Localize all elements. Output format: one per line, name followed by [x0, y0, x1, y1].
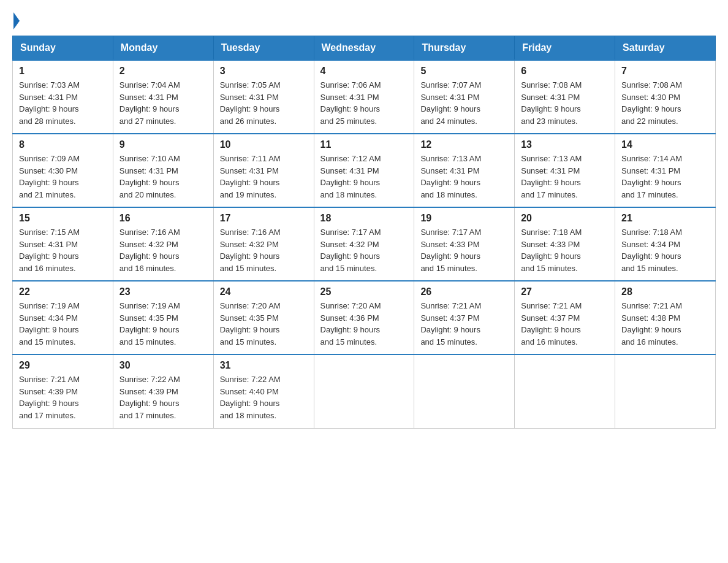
day-number: 3 — [220, 66, 308, 77]
calendar-week-row: 1Sunrise: 7:03 AMSunset: 4:31 PMDaylight… — [13, 60, 716, 134]
day-info: Sunrise: 7:10 AMSunset: 4:31 PMDaylight:… — [119, 153, 207, 201]
day-info: Sunrise: 7:18 AMSunset: 4:34 PMDaylight:… — [621, 226, 709, 274]
day-info: Sunrise: 7:21 AMSunset: 4:38 PMDaylight:… — [621, 300, 709, 348]
day-number: 31 — [220, 360, 308, 371]
calendar-table: SundayMondayTuesdayWednesdayThursdayFrid… — [12, 36, 716, 429]
day-info: Sunrise: 7:09 AMSunset: 4:30 PMDaylight:… — [19, 153, 107, 201]
calendar-day-cell: 18Sunrise: 7:17 AMSunset: 4:32 PMDayligh… — [314, 207, 414, 281]
day-info: Sunrise: 7:19 AMSunset: 4:35 PMDaylight:… — [119, 300, 207, 348]
calendar-week-row: 15Sunrise: 7:15 AMSunset: 4:31 PMDayligh… — [13, 207, 716, 281]
day-info: Sunrise: 7:07 AMSunset: 4:31 PMDaylight:… — [420, 79, 508, 127]
calendar-day-cell — [615, 354, 716, 428]
day-number: 8 — [19, 139, 107, 150]
calendar-day-cell: 10Sunrise: 7:11 AMSunset: 4:31 PMDayligh… — [213, 134, 314, 207]
calendar-day-cell: 28Sunrise: 7:21 AMSunset: 4:38 PMDayligh… — [615, 281, 716, 354]
calendar-day-cell — [515, 354, 615, 428]
day-number: 16 — [119, 213, 207, 224]
calendar-day-cell: 8Sunrise: 7:09 AMSunset: 4:30 PMDaylight… — [13, 134, 113, 207]
calendar-day-cell: 30Sunrise: 7:22 AMSunset: 4:39 PMDayligh… — [113, 354, 213, 428]
day-info: Sunrise: 7:08 AMSunset: 4:31 PMDaylight:… — [521, 79, 609, 127]
calendar-day-cell: 19Sunrise: 7:17 AMSunset: 4:33 PMDayligh… — [414, 207, 515, 281]
logo — [12, 12, 20, 29]
calendar-day-cell — [314, 354, 414, 428]
calendar-day-cell: 13Sunrise: 7:13 AMSunset: 4:31 PMDayligh… — [515, 134, 615, 207]
day-info: Sunrise: 7:16 AMSunset: 4:32 PMDaylight:… — [119, 226, 207, 274]
day-info: Sunrise: 7:06 AMSunset: 4:31 PMDaylight:… — [320, 79, 408, 127]
day-number: 22 — [19, 286, 107, 297]
day-info: Sunrise: 7:21 AMSunset: 4:37 PMDaylight:… — [521, 300, 609, 348]
day-info: Sunrise: 7:21 AMSunset: 4:37 PMDaylight:… — [420, 300, 508, 348]
day-info: Sunrise: 7:12 AMSunset: 4:31 PMDaylight:… — [320, 153, 408, 201]
day-number: 5 — [420, 66, 508, 77]
calendar-day-cell: 15Sunrise: 7:15 AMSunset: 4:31 PMDayligh… — [13, 207, 113, 281]
day-info: Sunrise: 7:22 AMSunset: 4:40 PMDaylight:… — [220, 373, 308, 421]
weekday-header-row: SundayMondayTuesdayWednesdayThursdayFrid… — [13, 36, 716, 61]
day-number: 23 — [119, 286, 207, 297]
calendar-day-cell: 6Sunrise: 7:08 AMSunset: 4:31 PMDaylight… — [515, 60, 615, 134]
day-number: 19 — [420, 213, 508, 224]
weekday-header-tuesday: Tuesday — [213, 36, 314, 61]
calendar-day-cell — [414, 354, 515, 428]
calendar-day-cell: 16Sunrise: 7:16 AMSunset: 4:32 PMDayligh… — [113, 207, 213, 281]
day-info: Sunrise: 7:20 AMSunset: 4:35 PMDaylight:… — [220, 300, 308, 348]
day-number: 10 — [220, 139, 308, 150]
calendar-day-cell: 20Sunrise: 7:18 AMSunset: 4:33 PMDayligh… — [515, 207, 615, 281]
day-number: 28 — [621, 286, 709, 297]
calendar-day-cell: 4Sunrise: 7:06 AMSunset: 4:31 PMDaylight… — [314, 60, 414, 134]
day-number: 25 — [320, 286, 408, 297]
day-info: Sunrise: 7:22 AMSunset: 4:39 PMDaylight:… — [119, 373, 207, 421]
day-info: Sunrise: 7:13 AMSunset: 4:31 PMDaylight:… — [521, 153, 609, 201]
day-info: Sunrise: 7:04 AMSunset: 4:31 PMDaylight:… — [119, 79, 207, 127]
calendar-day-cell: 31Sunrise: 7:22 AMSunset: 4:40 PMDayligh… — [213, 354, 314, 428]
day-info: Sunrise: 7:05 AMSunset: 4:31 PMDaylight:… — [220, 79, 308, 127]
calendar-week-row: 8Sunrise: 7:09 AMSunset: 4:30 PMDaylight… — [13, 134, 716, 207]
calendar-day-cell: 5Sunrise: 7:07 AMSunset: 4:31 PMDaylight… — [414, 60, 515, 134]
weekday-header-saturday: Saturday — [615, 36, 716, 61]
logo-arrow-icon — [13, 12, 20, 29]
day-number: 21 — [621, 213, 709, 224]
day-number: 7 — [621, 66, 709, 77]
day-info: Sunrise: 7:19 AMSunset: 4:34 PMDaylight:… — [19, 300, 107, 348]
calendar-day-cell: 3Sunrise: 7:05 AMSunset: 4:31 PMDaylight… — [213, 60, 314, 134]
calendar-day-cell: 1Sunrise: 7:03 AMSunset: 4:31 PMDaylight… — [13, 60, 113, 134]
calendar-day-cell: 23Sunrise: 7:19 AMSunset: 4:35 PMDayligh… — [113, 281, 213, 354]
calendar-week-row: 22Sunrise: 7:19 AMSunset: 4:34 PMDayligh… — [13, 281, 716, 354]
calendar-day-cell: 11Sunrise: 7:12 AMSunset: 4:31 PMDayligh… — [314, 134, 414, 207]
day-info: Sunrise: 7:17 AMSunset: 4:33 PMDaylight:… — [420, 226, 508, 274]
day-info: Sunrise: 7:17 AMSunset: 4:32 PMDaylight:… — [320, 226, 408, 274]
day-number: 15 — [19, 213, 107, 224]
day-number: 4 — [320, 66, 408, 77]
day-info: Sunrise: 7:18 AMSunset: 4:33 PMDaylight:… — [521, 226, 609, 274]
calendar-day-cell: 21Sunrise: 7:18 AMSunset: 4:34 PMDayligh… — [615, 207, 716, 281]
day-info: Sunrise: 7:15 AMSunset: 4:31 PMDaylight:… — [19, 226, 107, 274]
day-number: 24 — [220, 286, 308, 297]
day-number: 17 — [220, 213, 308, 224]
day-number: 1 — [19, 66, 107, 77]
day-info: Sunrise: 7:16 AMSunset: 4:32 PMDaylight:… — [220, 226, 308, 274]
day-number: 18 — [320, 213, 408, 224]
day-number: 29 — [19, 360, 107, 371]
calendar-day-cell: 27Sunrise: 7:21 AMSunset: 4:37 PMDayligh… — [515, 281, 615, 354]
calendar-day-cell: 25Sunrise: 7:20 AMSunset: 4:36 PMDayligh… — [314, 281, 414, 354]
day-info: Sunrise: 7:11 AMSunset: 4:31 PMDaylight:… — [220, 153, 308, 201]
calendar-day-cell: 24Sunrise: 7:20 AMSunset: 4:35 PMDayligh… — [213, 281, 314, 354]
weekday-header-friday: Friday — [515, 36, 615, 61]
weekday-header-wednesday: Wednesday — [314, 36, 414, 61]
day-number: 30 — [119, 360, 207, 371]
day-number: 14 — [621, 139, 709, 150]
day-number: 11 — [320, 139, 408, 150]
calendar-day-cell: 7Sunrise: 7:08 AMSunset: 4:30 PMDaylight… — [615, 60, 716, 134]
day-info: Sunrise: 7:20 AMSunset: 4:36 PMDaylight:… — [320, 300, 408, 348]
weekday-header-thursday: Thursday — [414, 36, 515, 61]
logo-blue-part — [12, 12, 20, 29]
calendar-day-cell: 29Sunrise: 7:21 AMSunset: 4:39 PMDayligh… — [13, 354, 113, 428]
day-number: 20 — [521, 213, 609, 224]
day-info: Sunrise: 7:13 AMSunset: 4:31 PMDaylight:… — [420, 153, 508, 201]
calendar-week-row: 29Sunrise: 7:21 AMSunset: 4:39 PMDayligh… — [13, 354, 716, 428]
day-number: 6 — [521, 66, 609, 77]
day-number: 27 — [521, 286, 609, 297]
calendar-day-cell: 12Sunrise: 7:13 AMSunset: 4:31 PMDayligh… — [414, 134, 515, 207]
calendar-day-cell: 22Sunrise: 7:19 AMSunset: 4:34 PMDayligh… — [13, 281, 113, 354]
day-info: Sunrise: 7:14 AMSunset: 4:31 PMDaylight:… — [621, 153, 709, 201]
page-header — [12, 12, 716, 29]
